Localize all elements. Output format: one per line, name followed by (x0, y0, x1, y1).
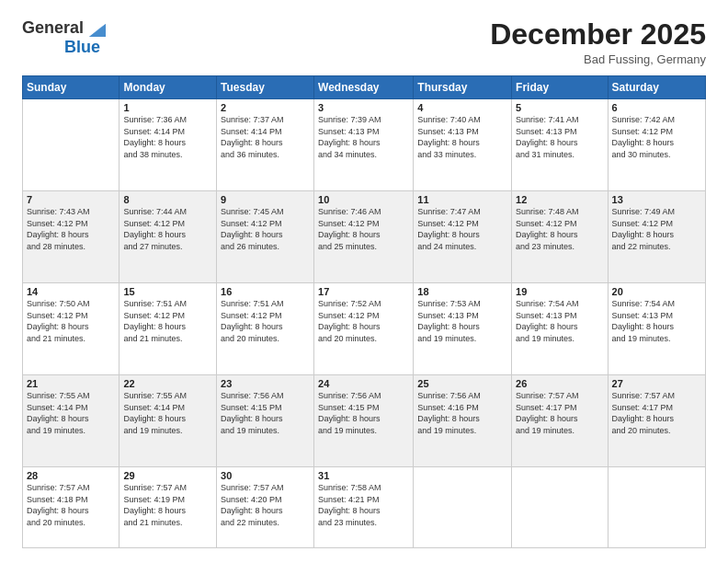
calendar-cell: 7Sunrise: 7:43 AMSunset: 4:12 PMDaylight… (23, 191, 119, 283)
day-number: 14 (27, 286, 115, 297)
day-number: 15 (123, 286, 212, 297)
day-info: Sunrise: 7:56 AMSunset: 4:15 PMDaylight:… (318, 390, 409, 436)
day-number: 8 (123, 194, 212, 205)
day-number: 2 (221, 102, 310, 113)
day-info: Sunrise: 7:52 AMSunset: 4:12 PMDaylight:… (318, 298, 409, 344)
day-number: 9 (221, 194, 310, 205)
title-block: December 2025 Bad Fussing, Germany (490, 18, 706, 66)
calendar-cell: 20Sunrise: 7:54 AMSunset: 4:13 PMDayligh… (608, 283, 705, 375)
day-number: 11 (417, 194, 507, 205)
calendar-cell: 24Sunrise: 7:56 AMSunset: 4:15 PMDayligh… (314, 375, 414, 467)
day-number: 24 (318, 378, 409, 389)
day-info: Sunrise: 7:54 AMSunset: 4:13 PMDaylight:… (612, 298, 701, 344)
day-number: 31 (318, 470, 409, 481)
day-info: Sunrise: 7:56 AMSunset: 4:16 PMDaylight:… (417, 390, 507, 436)
calendar-cell: 12Sunrise: 7:48 AMSunset: 4:12 PMDayligh… (512, 191, 608, 283)
day-info: Sunrise: 7:42 AMSunset: 4:12 PMDaylight:… (612, 114, 701, 160)
day-info: Sunrise: 7:50 AMSunset: 4:12 PMDaylight:… (27, 298, 115, 344)
calendar-cell: 13Sunrise: 7:49 AMSunset: 4:12 PMDayligh… (608, 191, 705, 283)
day-number: 5 (516, 102, 603, 113)
day-info: Sunrise: 7:41 AMSunset: 4:13 PMDaylight:… (516, 114, 603, 160)
day-info: Sunrise: 7:58 AMSunset: 4:21 PMDaylight:… (318, 482, 409, 528)
day-info: Sunrise: 7:51 AMSunset: 4:12 PMDaylight:… (221, 298, 310, 344)
logo-general-text: General (22, 18, 84, 38)
day-info: Sunrise: 7:46 AMSunset: 4:12 PMDaylight:… (318, 206, 409, 252)
day-info: Sunrise: 7:40 AMSunset: 4:13 PMDaylight:… (417, 114, 507, 160)
day-info: Sunrise: 7:45 AMSunset: 4:12 PMDaylight:… (221, 206, 310, 252)
day-number: 22 (123, 378, 212, 389)
day-number: 13 (612, 194, 701, 205)
calendar-cell: 6Sunrise: 7:42 AMSunset: 4:12 PMDaylight… (608, 99, 705, 191)
day-number: 6 (612, 102, 701, 113)
location: Bad Fussing, Germany (490, 52, 706, 66)
day-info: Sunrise: 7:55 AMSunset: 4:14 PMDaylight:… (27, 390, 115, 436)
calendar-week-row: 7Sunrise: 7:43 AMSunset: 4:12 PMDaylight… (23, 191, 706, 283)
day-number: 21 (27, 378, 115, 389)
day-info: Sunrise: 7:51 AMSunset: 4:12 PMDaylight:… (123, 298, 212, 344)
calendar: SundayMondayTuesdayWednesdayThursdayFrid… (22, 75, 706, 548)
weekday-header: Friday (512, 76, 608, 99)
calendar-week-row: 21Sunrise: 7:55 AMSunset: 4:14 PMDayligh… (23, 375, 706, 467)
day-info: Sunrise: 7:57 AMSunset: 4:18 PMDaylight:… (27, 482, 115, 528)
day-number: 20 (612, 286, 701, 297)
calendar-cell: 21Sunrise: 7:55 AMSunset: 4:14 PMDayligh… (23, 375, 119, 467)
calendar-cell: 5Sunrise: 7:41 AMSunset: 4:13 PMDaylight… (512, 99, 608, 191)
day-info: Sunrise: 7:55 AMSunset: 4:14 PMDaylight:… (123, 390, 212, 436)
calendar-cell: 23Sunrise: 7:56 AMSunset: 4:15 PMDayligh… (217, 375, 314, 467)
calendar-cell (414, 467, 512, 548)
day-number: 26 (516, 378, 603, 389)
calendar-header-row: SundayMondayTuesdayWednesdayThursdayFrid… (23, 76, 706, 99)
calendar-cell (23, 99, 119, 191)
day-number: 29 (123, 470, 212, 481)
day-number: 10 (318, 194, 409, 205)
logo-blue-text: Blue (64, 38, 100, 57)
calendar-cell: 28Sunrise: 7:57 AMSunset: 4:18 PMDayligh… (23, 467, 119, 548)
day-number: 19 (516, 286, 603, 297)
month-title: December 2025 (490, 18, 706, 51)
calendar-week-row: 28Sunrise: 7:57 AMSunset: 4:18 PMDayligh… (23, 467, 706, 548)
weekday-header: Sunday (23, 76, 119, 99)
day-info: Sunrise: 7:36 AMSunset: 4:14 PMDaylight:… (123, 114, 212, 160)
day-number: 23 (221, 378, 310, 389)
calendar-week-row: 1Sunrise: 7:36 AMSunset: 4:14 PMDaylight… (23, 99, 706, 191)
calendar-cell: 2Sunrise: 7:37 AMSunset: 4:14 PMDaylight… (217, 99, 314, 191)
day-info: Sunrise: 7:57 AMSunset: 4:17 PMDaylight:… (516, 390, 603, 436)
day-info: Sunrise: 7:44 AMSunset: 4:12 PMDaylight:… (123, 206, 212, 252)
calendar-cell: 30Sunrise: 7:57 AMSunset: 4:20 PMDayligh… (217, 467, 314, 548)
calendar-cell: 26Sunrise: 7:57 AMSunset: 4:17 PMDayligh… (512, 375, 608, 467)
calendar-cell: 1Sunrise: 7:36 AMSunset: 4:14 PMDaylight… (119, 99, 217, 191)
calendar-cell: 19Sunrise: 7:54 AMSunset: 4:13 PMDayligh… (512, 283, 608, 375)
day-info: Sunrise: 7:57 AMSunset: 4:20 PMDaylight:… (221, 482, 310, 528)
calendar-week-row: 14Sunrise: 7:50 AMSunset: 4:12 PMDayligh… (23, 283, 706, 375)
day-info: Sunrise: 7:43 AMSunset: 4:12 PMDaylight:… (27, 206, 115, 252)
weekday-header: Monday (119, 76, 217, 99)
day-number: 25 (417, 378, 507, 389)
day-info: Sunrise: 7:39 AMSunset: 4:13 PMDaylight:… (318, 114, 409, 160)
day-info: Sunrise: 7:57 AMSunset: 4:17 PMDaylight:… (612, 390, 701, 436)
day-number: 7 (27, 194, 115, 205)
logo: General Blue (22, 18, 106, 57)
day-number: 28 (27, 470, 115, 481)
day-info: Sunrise: 7:53 AMSunset: 4:13 PMDaylight:… (417, 298, 507, 344)
calendar-cell: 27Sunrise: 7:57 AMSunset: 4:17 PMDayligh… (608, 375, 705, 467)
day-info: Sunrise: 7:57 AMSunset: 4:19 PMDaylight:… (123, 482, 212, 528)
weekday-header: Thursday (414, 76, 512, 99)
calendar-cell: 25Sunrise: 7:56 AMSunset: 4:16 PMDayligh… (414, 375, 512, 467)
day-number: 18 (417, 286, 507, 297)
day-number: 27 (612, 378, 701, 389)
calendar-cell (512, 467, 608, 548)
day-info: Sunrise: 7:37 AMSunset: 4:14 PMDaylight:… (221, 114, 310, 160)
logo-icon (85, 20, 106, 37)
calendar-cell: 14Sunrise: 7:50 AMSunset: 4:12 PMDayligh… (23, 283, 119, 375)
calendar-cell: 16Sunrise: 7:51 AMSunset: 4:12 PMDayligh… (217, 283, 314, 375)
day-info: Sunrise: 7:49 AMSunset: 4:12 PMDaylight:… (612, 206, 701, 252)
weekday-header: Tuesday (217, 76, 314, 99)
header: General Blue December 2025 Bad Fussing, … (22, 18, 706, 66)
calendar-cell: 8Sunrise: 7:44 AMSunset: 4:12 PMDaylight… (119, 191, 217, 283)
day-info: Sunrise: 7:47 AMSunset: 4:12 PMDaylight:… (417, 206, 507, 252)
calendar-cell: 11Sunrise: 7:47 AMSunset: 4:12 PMDayligh… (414, 191, 512, 283)
day-number: 1 (123, 102, 212, 113)
day-number: 4 (417, 102, 507, 113)
weekday-header: Wednesday (314, 76, 414, 99)
calendar-cell: 15Sunrise: 7:51 AMSunset: 4:12 PMDayligh… (119, 283, 217, 375)
